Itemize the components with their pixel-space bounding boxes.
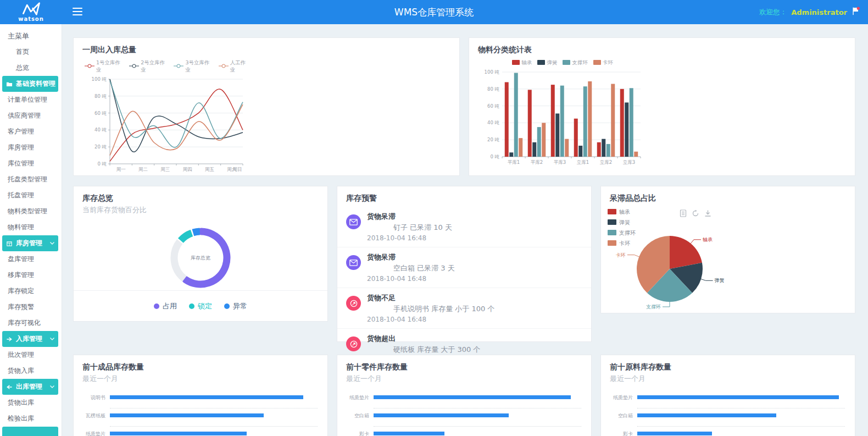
chevron-down-icon xyxy=(49,384,55,389)
finished-hbar-chart: 说明书瓦楞纸板纸质垫片空白箱 xyxy=(74,393,327,436)
hbar-fill[interactable] xyxy=(637,413,776,417)
card-subtitle: 最近一个月 xyxy=(74,372,327,384)
legend-swatch xyxy=(608,209,616,216)
card-title: 呆滞品总占比 xyxy=(601,186,855,203)
svg-text:卡环: 卡环 xyxy=(616,252,626,258)
sidebar-item-总览[interactable]: 总览 xyxy=(0,60,62,76)
sidebar-item-label: 物料管理 xyxy=(8,219,34,235)
legend-item-轴承[interactable]: 轴承 xyxy=(512,59,532,67)
alert-item[interactable]: 货物呆滞钉子 已呆滞 10 天2018-10-04 16:48 xyxy=(337,207,591,247)
sidebar-item-库存可视化[interactable]: 库存可视化 xyxy=(0,315,62,331)
legend-label: 轴承 xyxy=(521,59,532,67)
sidebar-item-计量单位管理[interactable]: 计量单位管理 xyxy=(0,92,62,108)
sidebar-item-库位管理[interactable]: 库位管理 xyxy=(0,156,62,172)
alert-timestamp: 2018-10-04 16:48 xyxy=(367,316,582,323)
sidebar-item-货物入库[interactable]: 货物入库 xyxy=(0,363,62,379)
legend-item-占用[interactable]: 占用 xyxy=(154,301,177,311)
stagnant-pie-chart: 轴承弹簧支撑环卡环 xyxy=(601,217,782,313)
alert-item[interactable]: 货物呆滞空白箱 已呆滞 3 天2018-10-04 16:48 xyxy=(337,247,591,288)
sidebar-item-移库管理[interactable]: 移库管理 xyxy=(0,267,62,283)
sidebar-item-盘库管理[interactable]: 盘库管理 xyxy=(0,251,62,267)
card-inventory-alerts: 库存预警 货物呆滞钉子 已呆滞 10 天2018-10-04 16:48货物呆滞… xyxy=(337,186,592,342)
arrow-left-icon xyxy=(6,384,13,390)
sidebar-item-label: 盘库管理 xyxy=(8,251,34,267)
sidebar-item-托盘管理[interactable]: 托盘管理 xyxy=(0,187,62,203)
sidebar-item-客户管理[interactable]: 客户管理 xyxy=(0,124,62,140)
hbar-fill[interactable] xyxy=(110,413,264,417)
download-icon[interactable] xyxy=(704,209,711,217)
legend-label: 锁定 xyxy=(198,301,212,311)
alert-message: 手机说明书 库存量 小于 100 个 xyxy=(367,304,582,314)
sidebar-item-批次管理[interactable]: 批次管理 xyxy=(0,347,62,363)
svg-text:平库1: 平库1 xyxy=(508,159,520,165)
sidebar-item-物料管理[interactable]: 物料管理 xyxy=(0,219,62,235)
sidebar-item-partial[interactable] xyxy=(2,427,58,436)
legend-item-卡环[interactable]: 卡环 xyxy=(593,59,613,67)
svg-text:周日: 周日 xyxy=(233,167,242,172)
gridline-dotted xyxy=(637,426,845,427)
sidebar-item-托盘类型管理[interactable]: 托盘类型管理 xyxy=(0,172,62,187)
alert-message: 空白箱 已呆滞 3 天 xyxy=(367,263,582,273)
legend-item-异常[interactable]: 异常 xyxy=(224,301,247,311)
sidebar-item-检验出库[interactable]: 检验出库 xyxy=(0,411,62,427)
alert-message: 硬纸板 库存量 大于 300 个 xyxy=(367,345,582,355)
parts-hbar-chart: 纸质垫片空白箱彩卡说明书 xyxy=(337,393,591,436)
svg-text:平库3: 平库3 xyxy=(554,159,566,165)
hbar-fill[interactable] xyxy=(637,395,839,399)
alert-title: 货物呆滞 xyxy=(367,212,582,222)
svg-text:支撑环: 支撑环 xyxy=(646,304,661,310)
sidebar-item-label: 首页 xyxy=(16,44,29,60)
sidebar-item-label: 托盘类型管理 xyxy=(8,172,47,187)
legend-swatch xyxy=(512,60,520,66)
sidebar-item-货物出库[interactable]: 货物出库 xyxy=(0,395,62,411)
sidebar-item-label: 批次管理 xyxy=(8,347,34,363)
sidebar-item-库房管理[interactable]: 库房管理 xyxy=(0,140,62,156)
legend-item-人工作业[interactable]: 人工作业 xyxy=(219,59,249,74)
legend-item-1号立库作业[interactable]: 1号立库作业 xyxy=(85,59,124,74)
legend-item-3号立库作业[interactable]: 3号立库作业 xyxy=(174,59,213,74)
sidebar-item-首页[interactable]: 首页 xyxy=(0,44,62,60)
sidebar-item-label: 移库管理 xyxy=(8,267,34,283)
svg-text:40 吨: 40 吨 xyxy=(94,127,107,133)
sidebar-item-库存预警[interactable]: 库存预警 xyxy=(0,299,62,315)
sidebar-item-库存锁定[interactable]: 库存锁定 xyxy=(0,283,62,299)
svg-text:立库2: 立库2 xyxy=(600,159,612,165)
sidebar-item-出库管理[interactable]: 出库管理 xyxy=(2,379,58,395)
hbar-fill[interactable] xyxy=(374,395,571,399)
chart-toolbox xyxy=(680,209,711,217)
legend-item-轴承[interactable]: 轴承 xyxy=(608,208,636,216)
legend-label: 3号立库作业 xyxy=(185,59,213,74)
sidebar-item-物料类型管理[interactable]: 物料类型管理 xyxy=(0,203,62,219)
hbar-track xyxy=(637,395,845,399)
refresh-icon[interactable] xyxy=(692,209,699,217)
legend-line-marker xyxy=(174,63,183,70)
sidebar-item-供应商管理[interactable]: 供应商管理 xyxy=(0,108,62,124)
legend-item-2号立库作业[interactable]: 2号立库作业 xyxy=(129,59,168,74)
card-title: 一周出入库总量 xyxy=(74,38,459,55)
alert-item[interactable]: 货物不足手机说明书 库存量 小于 100 个2018-10-04 16:48 xyxy=(337,288,591,328)
sidebar-item-基础资料管理[interactable]: 基础资料管理 xyxy=(2,76,58,92)
data-view-icon[interactable] xyxy=(680,209,687,217)
legend-label: 卡环 xyxy=(603,59,613,67)
legend-label: 2号立库作业 xyxy=(141,59,168,74)
legend-item-弹簧[interactable]: 弹簧 xyxy=(537,59,557,67)
hbar-fill[interactable] xyxy=(637,432,712,435)
legend-item-锁定[interactable]: 锁定 xyxy=(189,301,212,311)
gridline-dotted xyxy=(110,426,318,427)
alert-timestamp: 2018-10-04 16:48 xyxy=(367,234,582,242)
legend-item-支撑环[interactable]: 支撑环 xyxy=(563,59,588,67)
hbar-fill[interactable] xyxy=(110,395,303,399)
hbar-fill[interactable] xyxy=(374,413,509,417)
username[interactable]: Administrator xyxy=(791,8,847,16)
notification-flag-icon[interactable] xyxy=(852,7,860,18)
top-header: watson WMS仓库管理系统 欢迎您： Administrator xyxy=(0,0,868,24)
svg-text:弹簧: 弹簧 xyxy=(715,278,725,283)
hbar-fill[interactable] xyxy=(110,432,247,435)
hbar-fill[interactable] xyxy=(374,432,444,435)
card-title: 库存预警 xyxy=(337,186,591,203)
hbar-track xyxy=(637,413,845,417)
card-stagnant-ratio: 呆滞品总占比 轴承弹簧支撑环卡环 轴承弹簧支撑环卡环 xyxy=(600,186,855,313)
hbar-track xyxy=(374,395,581,399)
sidebar-item-库房管理[interactable]: 库房管理 xyxy=(2,235,58,251)
sidebar-item-入库管理[interactable]: 入库管理 xyxy=(2,331,58,347)
